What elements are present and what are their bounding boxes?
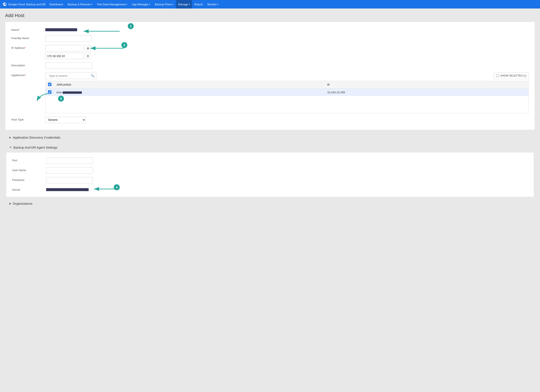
description-input[interactable] <box>45 63 92 69</box>
backup-agent-section: ▼ Backup And DR Agent Settings Port User… <box>5 143 535 197</box>
port-field[interactable] <box>46 158 93 164</box>
page-content: Add Host Name* 1 <box>0 9 540 392</box>
show-selected-button[interactable]: SHOW SELECTED (1) <box>494 72 529 79</box>
nav-item-backup-recover[interactable]: Backup & Recover ▾ <box>65 0 94 9</box>
appliances-select-all-col <box>45 81 54 89</box>
search-icon-button[interactable]: 🔍 <box>91 74 94 77</box>
description-label: Description <box>11 63 45 67</box>
ip-delete-button[interactable]: 🗑 <box>85 53 91 59</box>
show-selected-checkbox[interactable] <box>496 74 499 77</box>
friendly-name-input[interactable] <box>45 35 92 42</box>
ip-add-input[interactable] <box>45 45 84 51</box>
host-type-field[interactable]: Generic Oracle DB2 SQL Server SAP HANA E… <box>45 117 86 123</box>
secret-row: Secret 4 <box>12 187 528 192</box>
host-type-row: Host Type Generic Oracle DB2 SQL Server … <box>11 117 529 123</box>
chevron-down-icon: ▾ <box>189 3 190 5</box>
ip-address-label: IP Address* <box>11 45 45 50</box>
username-row: User Name <box>12 167 528 174</box>
secret-field-wrapper: 4 <box>46 187 89 192</box>
ip-add-button[interactable]: ⊕ <box>85 45 91 51</box>
chevron-down-icon: ▾ <box>217 3 218 5</box>
secret-label: Secret <box>12 187 46 191</box>
app-name-text: Backup and DR <box>26 3 46 6</box>
appliance-row-1: bms- 10.154.15.209 <box>45 89 529 96</box>
username-label: User Name <box>12 167 46 172</box>
nav-item-monitor[interactable]: Monitor ▾ <box>205 0 220 9</box>
friendly-name-row: Friendly Name <box>11 35 529 42</box>
chevron-down-icon: ▾ <box>172 3 174 5</box>
appliance-row-1-name-cell: bms- <box>54 89 325 96</box>
friendly-name-label: Friendly Name <box>11 35 45 40</box>
organizations-header[interactable]: ▶ Organizations <box>5 199 535 208</box>
ip-fields-wrapper: ⊕ 🗑 2 <box>45 45 91 59</box>
top-nav: Google Cloud Backup and DR Dashboard Bac… <box>0 0 540 9</box>
ip-col-header: IP <box>325 81 529 89</box>
host-type-label: Host Type <box>11 117 45 121</box>
appliances-label: Appliances* <box>11 72 45 77</box>
google-cloud-brand: Google Cloud Backup and DR <box>3 2 46 6</box>
appliance-col-header: APPLIANCE <box>54 81 325 89</box>
appliance-row-1-ip-cell: 10.154.15.209 <box>325 89 529 96</box>
description-row: Description <box>11 63 529 69</box>
app-discovery-header[interactable]: ▶ Application Discovery Credentials <box>5 133 535 142</box>
friendly-name-field[interactable] <box>45 35 92 42</box>
appliance-1-name-bar <box>63 91 82 94</box>
host-type-select[interactable]: Generic Oracle DB2 SQL Server SAP HANA E… <box>45 117 86 123</box>
nav-item-report[interactable]: Report <box>192 0 205 9</box>
appliance-empty-row <box>45 96 529 113</box>
appliances-section: 🔍 SHOW SELECTED (1) <box>45 72 529 113</box>
nav-item-backup-plans[interactable]: Backup Plans ▾ <box>153 0 176 9</box>
secret-filled-value <box>46 188 89 191</box>
chevron-down-icon: ▾ <box>149 3 150 5</box>
appliances-search-box: 🔍 <box>45 72 96 79</box>
chevron-right-icon: ▶ <box>9 136 11 139</box>
password-row: Password <box>12 177 528 184</box>
chevron-down-icon: ▾ <box>126 3 127 5</box>
appliances-table: APPLIANCE IP <box>45 81 529 113</box>
username-input[interactable] <box>46 167 93 174</box>
name-field-wrapper: 1 <box>45 27 77 32</box>
ip-existing-input[interactable] <box>45 53 84 59</box>
appliances-search-input[interactable] <box>47 73 90 79</box>
app-discovery-section: ▶ Application Discovery Credentials <box>5 133 535 142</box>
app-discovery-label: Application Discovery Credentials <box>13 136 60 139</box>
nav-item-app-manager[interactable]: App Manager ▾ <box>130 0 152 9</box>
nav-item-dashboard[interactable]: Dashboard <box>47 0 65 9</box>
name-filled-value <box>45 28 77 31</box>
chevron-down-icon: ▼ <box>9 146 12 149</box>
port-label: Port <box>12 158 46 162</box>
port-input[interactable] <box>46 158 93 164</box>
description-field[interactable] <box>45 63 92 69</box>
chevron-right-icon: ▶ <box>9 202 11 205</box>
select-all-checkbox[interactable] <box>48 83 51 86</box>
google-cloud-icon <box>3 2 7 6</box>
appliance-1-name-prefix: bms- <box>57 91 63 94</box>
appliances-row: Appliances* 🔍 SHOW SELECTED (1) <box>11 72 529 113</box>
password-label: Password <box>12 177 46 182</box>
google-cloud-text: Google Cloud <box>8 3 25 6</box>
port-row: Port <box>12 158 528 164</box>
annotation-circle-3: 3 <box>58 96 64 102</box>
ip-existing-row: 🗑 <box>45 53 91 59</box>
chevron-down-icon: ▾ <box>91 3 92 5</box>
nav-item-manage[interactable]: Manage ▾ <box>176 0 192 9</box>
arrow-4 <box>92 186 126 194</box>
organizations-label: Organizations <box>13 202 33 205</box>
appliance-row-1-checkbox-cell <box>45 89 54 96</box>
annotation-circle-2: 2 <box>121 42 127 48</box>
page-title: Add Host <box>5 13 535 18</box>
name-row: Name* 1 <box>11 27 529 32</box>
password-input[interactable] <box>46 177 93 184</box>
name-label: Name* <box>11 27 45 31</box>
username-field[interactable] <box>46 167 93 174</box>
appliances-search-row: 🔍 SHOW SELECTED (1) <box>45 72 529 79</box>
password-field[interactable] <box>46 177 93 184</box>
backup-agent-label: Backup And DR Agent Settings <box>13 146 57 149</box>
annotation-circle-4: 4 <box>114 184 120 190</box>
organizations-section: ▶ Organizations <box>5 199 535 208</box>
annotation-circle-1: 1 <box>128 23 134 29</box>
backup-agent-content: Port User Name Password <box>6 152 534 197</box>
backup-agent-header[interactable]: ▼ Backup And DR Agent Settings <box>5 143 535 152</box>
appliance-1-checkbox[interactable] <box>48 90 51 94</box>
nav-item-test-data[interactable]: Test Data Management ▾ <box>95 0 129 9</box>
